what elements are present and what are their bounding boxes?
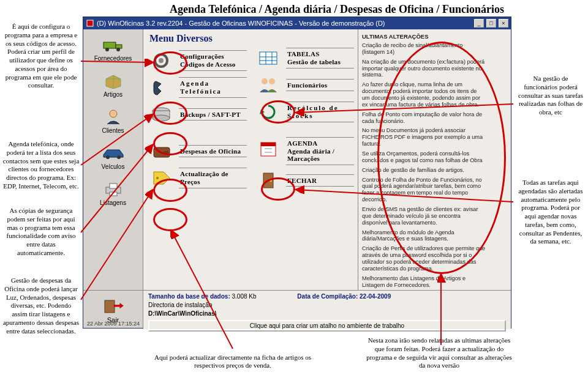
svg-rect-32 — [261, 143, 276, 146]
close-button[interactable]: × — [499, 19, 508, 28]
exit-icon — [100, 297, 127, 315]
footer-datetime: 22 Abr 2009 17:15:24 — [87, 321, 140, 327]
menu-recalculo[interactable]: Recálculo de Stocks — [255, 100, 354, 124]
window-title: (D) WinOficinas 3.2 rev.2204 - Gestão de… — [97, 20, 472, 27]
table-icon — [255, 46, 281, 70]
menu-precos[interactable]: Actualização de Preços — [148, 166, 247, 190]
annotation-precos: Aqui poderá actualizar directamente na f… — [138, 352, 328, 372]
annotation-despesas: Gestão de despesas da Oficina onde poder… — [1, 275, 81, 336]
annotation-config: É aqui de configura o programa para a em… — [1, 21, 81, 91]
alter-item: Criação de recibo de sinal/adiantamento … — [362, 42, 486, 56]
alter-item: Se utiliza Orçamentos, poderá consultá-l… — [362, 150, 486, 164]
sidebar-clientes[interactable]: Clientes — [83, 108, 143, 134]
menu-agenda-telefonica[interactable]: Agenda Telefónica — [148, 76, 247, 99]
menu-label: Despesas de Oficina — [179, 145, 247, 158]
door-icon — [255, 169, 281, 192]
page-title: Agenda Telefónica / Agenda diária / Desp… — [98, 3, 576, 16]
phone-icon — [148, 76, 174, 99]
svg-point-9 — [106, 155, 110, 159]
annotation-agenda-telefonica: Agenda telefónica, onde poderá ter a lis… — [1, 139, 81, 192]
alter-item: Criação de gestão de famílias de artigos… — [362, 167, 486, 174]
annotation-backups: As cópias de segurança podem ser feitas … — [1, 206, 81, 259]
alter-item: Folha de Ponto com imputação de valor ho… — [362, 111, 486, 125]
menu-label: Actualização de Preços — [179, 168, 247, 188]
minimize-button[interactable]: _ — [474, 19, 484, 28]
svg-marker-21 — [154, 172, 170, 184]
sidebar-item-label: Veículos — [102, 163, 125, 170]
svg-point-8 — [110, 110, 117, 117]
compile-date-label: Data de Compilação: — [297, 293, 358, 300]
install-dir-value: D:\WinCar\WinOficinas\ — [148, 310, 217, 317]
menu-label: Agenda Telefónica — [179, 77, 247, 97]
svg-rect-2 — [116, 45, 122, 48]
sidebar-veiculos[interactable]: Veículos — [83, 144, 143, 170]
svg-point-15 — [159, 58, 164, 63]
menu-label: Funcionários — [286, 79, 354, 92]
svg-rect-0 — [87, 20, 93, 26]
sidebar-item-label: Clientes — [102, 127, 124, 134]
menu-label: FECHAR — [286, 174, 354, 187]
menu-agenda[interactable]: AGENDA Agenda diária / Marcações — [255, 137, 354, 165]
sidebar-fornecedores[interactable]: Fornecedores — [83, 35, 143, 62]
svg-marker-38 — [113, 303, 123, 309]
menu-configuracoes[interactable]: Configurações Códigos de Acesso — [148, 49, 247, 72]
menu-fechar[interactable]: FECHAR — [255, 169, 354, 192]
svg-rect-20 — [164, 151, 168, 155]
db-size-label: Tamanho da base de dados: — [148, 293, 230, 300]
compile-date-value: 22-04-2009 — [360, 293, 391, 300]
svg-point-4 — [116, 48, 120, 51]
sidebar-artigos[interactable]: Artigos — [83, 72, 143, 98]
menu-title: Menu Diversos — [149, 33, 247, 44]
alter-item: Melhoramento das Listagens de Artigos e … — [362, 275, 486, 289]
alter-item: Controlo de Folha de Ponto de Funcionári… — [362, 177, 486, 203]
svg-rect-12 — [110, 184, 117, 188]
person-icon — [101, 108, 126, 126]
svg-rect-23 — [260, 52, 277, 64]
ultimas-alteracoes-panel: ULTIMAS ALTERAÇÕES Criação de recibo de … — [358, 29, 489, 290]
svg-point-3 — [105, 48, 109, 51]
install-dir-label: Directoria de instalação — [148, 302, 213, 308]
calendar-icon — [255, 137, 281, 160]
menu-backups[interactable]: Backups / SAFT-PT — [148, 103, 247, 126]
annotation-funcionarios: Na gestão de funcionários poderá consult… — [514, 73, 587, 118]
recycle-icon — [255, 100, 281, 124]
svg-point-22 — [156, 177, 159, 179]
menu-funcionarios[interactable]: Funcionários — [255, 73, 354, 97]
annotation-ultimas: Nesta zona irão sendo relatadas as ultim… — [363, 335, 516, 371]
wallet-icon — [148, 139, 174, 163]
sidebar-item-label: Artigos — [104, 91, 123, 98]
svg-rect-37 — [105, 300, 115, 313]
app-window: (D) WinOficinas 3.2 rev.2204 - Gestão de… — [83, 17, 511, 329]
menu-tabelas[interactable]: TABELAS Gestão de tabelas — [255, 46, 354, 70]
truck-icon — [101, 35, 126, 54]
alter-item: Criação de Perfis de utilizadores que pe… — [362, 245, 486, 272]
menu-label: TABELAS Gestão de tabelas — [286, 48, 354, 68]
gear-icon — [148, 49, 174, 72]
bottom-info: Tamanho da base de dados: 3.008 Kb Data … — [143, 291, 511, 329]
maximize-button[interactable]: □ — [486, 19, 496, 28]
sidebar-listagens[interactable]: Listagens — [83, 180, 143, 206]
titlebar: (D) WinOficinas 3.2 rev.2204 - Gestão de… — [83, 17, 511, 29]
menu-label: Backups / SAFT-PT — [179, 108, 247, 121]
disk-icon — [148, 103, 174, 126]
db-size-value: 3.008 Kb — [232, 293, 257, 300]
svg-rect-1 — [104, 42, 116, 48]
menu-label: Recálculo de Stocks — [286, 102, 354, 122]
menu-despesas[interactable]: Despesas de Oficina — [148, 139, 247, 163]
create-shortcut-button[interactable]: Clique aqui para criar um atalho no ambi… — [148, 320, 506, 332]
svg-point-10 — [117, 155, 121, 159]
svg-point-36 — [270, 179, 272, 182]
svg-point-18 — [153, 115, 170, 121]
printer-icon — [101, 180, 126, 198]
svg-point-29 — [269, 78, 275, 84]
car-icon — [101, 144, 126, 162]
app-icon — [86, 19, 94, 28]
svg-point-28 — [262, 78, 268, 84]
alter-item: No menu Documentos já poderá associar FI… — [362, 127, 486, 147]
annotation-agenda: Todas as tarefas aqui agendadas são aler… — [514, 177, 587, 247]
alter-title: ULTIMAS ALTERAÇÕES — [362, 33, 486, 40]
svg-rect-13 — [110, 192, 117, 196]
sidebar-item-label: Listagens — [100, 199, 126, 206]
menu-label: AGENDA Agenda diária / Marcações — [286, 137, 354, 165]
menu-label: Configurações Códigos de Acesso — [179, 50, 247, 70]
